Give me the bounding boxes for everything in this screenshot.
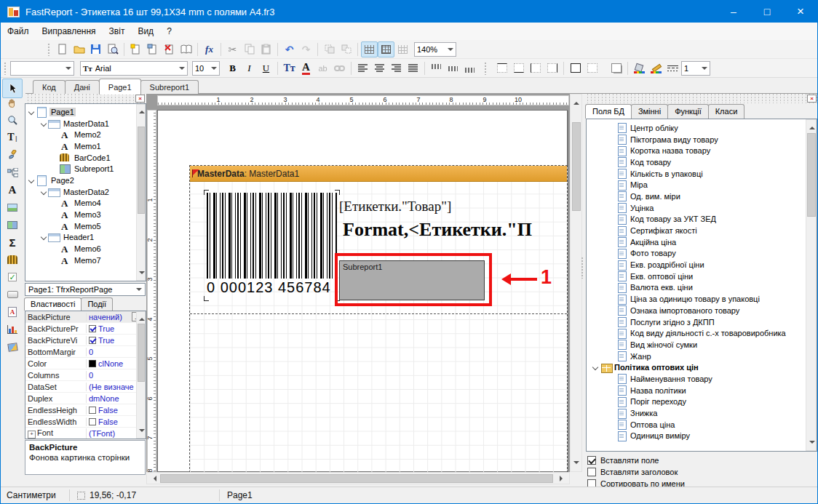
menu-item[interactable]: Файл [1,23,36,39]
option-row[interactable]: Вставляти заголовок [587,466,678,477]
checkbox[interactable] [587,456,596,465]
field-item[interactable]: Поріг переходу [587,396,817,408]
field-item[interactable]: Жанр [587,351,817,362]
field-item[interactable]: Знижка [587,407,817,419]
expression-button[interactable]: fx [201,41,218,57]
system-text-button[interactable]: Σ [2,233,23,251]
page-tab[interactable]: Page1 [99,79,141,95]
fit-to-grid-button[interactable] [394,41,411,57]
zoom-combo[interactable]: 140% [414,42,456,57]
tree-item[interactable]: Header1 [25,232,146,244]
insert-band-button[interactable] [2,164,23,181]
border-top-button[interactable] [493,60,510,76]
picture-object-button[interactable] [2,199,23,216]
undo-button[interactable]: ↶ [281,41,298,57]
new-dialog-button[interactable] [144,41,161,57]
property-checkbox[interactable] [89,418,96,425]
checkbox[interactable] [587,468,596,476]
line-color-button[interactable] [648,60,664,76]
font-name-combo[interactable]: TтArial [80,61,188,76]
fill-color-button[interactable] [631,60,648,76]
field-item[interactable]: Екв. оптової ціни [587,271,817,282]
tree-item[interactable]: Page1 [25,106,146,118]
property-row[interactable]: EndlessHeigh False … [25,404,146,416]
align-justify-button[interactable] [405,60,421,76]
delete-page-button[interactable] [161,41,178,57]
field-item[interactable]: Політика оптових цін [587,361,817,373]
field-item[interactable]: Одиниця виміру [587,431,817,442]
field-item[interactable]: Од. вим. міри [587,191,817,202]
menu-item[interactable]: ? [160,23,178,39]
property-row[interactable]: Font (TFont) … [25,428,146,439]
canvas-hscrollbar[interactable] [146,472,570,484]
inspector-tab[interactable]: Властивості [24,297,82,311]
field-item[interactable]: Екв. роздрібної ціни [587,259,817,271]
menu-item[interactable]: Вид [131,23,160,39]
save-report-button[interactable] [87,41,104,57]
paste-button[interactable] [258,41,274,57]
tree-item[interactable]: Memo7 [25,255,146,266]
menu-item[interactable]: Звіт [103,23,132,39]
ole-object-button[interactable] [2,338,23,356]
toolbar-grip[interactable] [4,62,7,75]
property-checkbox[interactable] [89,337,96,344]
toolbar-grip[interactable] [47,43,51,56]
tree-item[interactable]: MasterData2 [25,186,146,198]
field-item[interactable]: Ціна за одиницю товару в упаковці [587,293,817,305]
tree-item[interactable]: Memo3 [25,209,146,220]
format-painter-button[interactable] [2,146,23,164]
field-item[interactable]: Піктограма виду товару [587,134,817,145]
ungroup-button[interactable] [338,41,354,57]
toolbar-grip[interactable] [484,62,488,75]
field-item[interactable]: Код товару за УКТ ЗЕД [587,214,817,225]
field-item[interactable]: Найменування товару [587,373,817,385]
bold-button[interactable]: B [224,60,241,76]
maximize-button[interactable]: □ [750,1,784,23]
property-row[interactable]: BottomMargir 0 … [25,346,146,358]
show-grid-button[interactable] [361,41,378,57]
tree-item[interactable]: BarCode1 [25,152,146,164]
data-panel-tab[interactable]: Змінні [631,104,668,119]
barcode-object[interactable]: 0 000123 456784 [207,193,337,298]
data-panel-tab[interactable]: Функції [667,104,709,119]
masterdata-band-header[interactable]: MasterData : MasterData1 [190,166,567,182]
field-item[interactable]: Код виду діяльності с.-х товаровиробника [587,327,817,339]
page-settings-button[interactable] [178,41,194,57]
text-object-button[interactable]: A [2,181,23,199]
field-item[interactable]: Акційна ціна [587,236,817,248]
memo1-object[interactable]: [Етикетки."Товар"] [339,199,563,218]
menu-item[interactable]: Виправлення [36,23,103,39]
tree-panel-header[interactable] [25,94,146,103]
border-bottom-button[interactable] [510,60,527,76]
field-item[interactable]: Послуги згідно з ДКПП [587,316,817,328]
field-item[interactable]: Сертифікат якості [587,225,817,236]
hyperlink-button[interactable] [331,60,348,76]
align-center-button[interactable] [371,60,388,76]
border-right-button[interactable] [544,60,560,76]
field-item[interactable]: Коротка назва товару [587,145,817,156]
minimize-button[interactable]: – [717,1,750,23]
border-all-button[interactable] [567,60,584,76]
italic-button[interactable]: I [241,60,258,76]
field-item[interactable]: Центр обліку [587,122,817,134]
field-item[interactable]: Вид жіночої сумки [587,339,817,351]
underline-button[interactable]: U [258,60,274,76]
richtext-object-button[interactable]: A [2,303,23,321]
zoom-tool-button[interactable] [2,111,23,129]
tree-item[interactable]: Memo1 [25,140,146,152]
field-item[interactable]: Оптова ціна [587,419,817,431]
page-tab[interactable]: Subreport1 [140,80,199,95]
property-scrollbar[interactable] [136,311,146,439]
border-left-button[interactable] [527,60,544,76]
text-edit-tool-button[interactable]: Tꞁ [2,129,23,146]
subreport-object[interactable]: Subreport1 [339,260,485,300]
field-item[interactable]: Кількість в упаковці [587,168,817,180]
align-left-button[interactable] [354,60,371,76]
page-tab[interactable]: Дані [65,80,100,95]
field-item[interactable]: Назва політики [587,385,817,396]
data-panel-tab[interactable]: Класи [708,104,745,119]
new-report-button[interactable] [54,41,71,57]
tree-item[interactable]: Subreport1 [25,163,146,175]
cut-button[interactable]: ✂ [224,41,241,57]
open-report-button[interactable] [71,41,87,57]
